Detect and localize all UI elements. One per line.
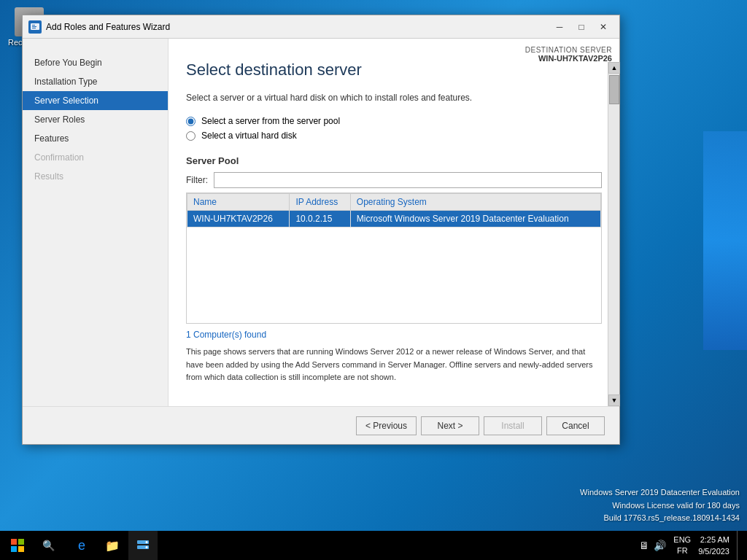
svg-point-10: [146, 541, 148, 543]
destination-server-label: DESTINATION SERVER: [525, 46, 612, 54]
col-os: Operating System: [350, 194, 600, 211]
server-pool-info: This page shows servers that are running…: [186, 346, 602, 384]
clock-time: 2:25 AM: [698, 534, 729, 546]
server-source-options: Select a server from the server pool Sel…: [186, 116, 602, 145]
svg-rect-1: [32, 25, 35, 26]
lang-primary: ENG: [673, 534, 691, 545]
sidebar-item-results: Results: [23, 167, 168, 186]
svg-point-11: [146, 546, 148, 548]
win-info-line2: Windows License valid for 180 days: [580, 499, 740, 513]
scroll-down-button[interactable]: ▼: [608, 394, 620, 406]
cancel-button[interactable]: Cancel: [546, 416, 605, 435]
filter-label: Filter:: [186, 175, 208, 185]
col-ip: IP Address: [290, 194, 350, 211]
page-description: Select a server or a virtual hard disk o…: [186, 91, 602, 104]
sidebar-item-confirmation: Confirmation: [23, 148, 168, 167]
install-button[interactable]: Install: [484, 416, 542, 435]
close-button[interactable]: ✕: [593, 20, 614, 34]
page-title: Select destination server: [186, 61, 602, 79]
server-pool-table-container: Name IP Address Operating System WIN-UH7…: [186, 192, 602, 324]
server-pool-table: Name IP Address Operating System WIN-UH7…: [187, 193, 601, 228]
col-name: Name: [187, 194, 290, 211]
cell-ip: 10.0.2.15: [290, 211, 350, 228]
cell-os: Microsoft Windows Server 2019 Datacenter…: [350, 211, 600, 228]
desktop: 🗑 Recycle Bin Add Roles and Features Wiz…: [0, 0, 747, 560]
svg-rect-6: [11, 546, 17, 552]
computers-found: 1 Computer(s) found: [186, 330, 602, 340]
sidebar-item-server-roles[interactable]: Server Roles: [23, 110, 168, 129]
lang-secondary: FR: [673, 545, 691, 556]
windows-info: Windows Server 2019 Datacenter Evaluatio…: [580, 486, 740, 525]
win-info-line1: Windows Server 2019 Datacenter Evaluatio…: [580, 486, 740, 499]
taskbar-clock[interactable]: 2:25 AM 9/5/2023: [698, 534, 729, 558]
previous-button[interactable]: < Previous: [356, 416, 417, 435]
sidebar-item-before-you-begin[interactable]: Before You Begin: [23, 53, 168, 72]
wizard-sidebar: Before You Begin Installation Type Serve…: [23, 39, 169, 444]
sidebar-item-installation-type[interactable]: Installation Type: [23, 72, 168, 91]
wizard-icon-svg: [30, 22, 40, 32]
radio-virtual-disk-input[interactable]: [186, 131, 196, 141]
table-row[interactable]: WIN-UH7KTAV2P26 10.0.2.15 Microsoft Wind…: [187, 211, 601, 228]
system-tray-icons: 🖥 🔊: [639, 540, 666, 551]
title-bar: Add Roles and Features Wizard ─ □ ✕: [23, 15, 619, 39]
wizard-buttons: < Previous Next > Install Cancel: [23, 406, 619, 444]
radio-virtual-disk-label: Select a virtual hard disk: [201, 131, 297, 141]
svg-rect-7: [18, 546, 24, 552]
taskbar-server-manager-icon[interactable]: [128, 531, 158, 560]
filter-row: Filter:: [186, 172, 602, 188]
table-header: Name IP Address Operating System: [187, 194, 601, 211]
server-pool-title: Server Pool: [186, 155, 602, 166]
filter-input[interactable]: [214, 172, 602, 188]
svg-rect-5: [18, 539, 24, 545]
radio-server-pool[interactable]: Select a server from the server pool: [186, 116, 602, 126]
scroll-up-button[interactable]: ▲: [608, 62, 620, 74]
next-button[interactable]: Next >: [421, 416, 479, 435]
svg-rect-4: [11, 539, 17, 545]
svg-rect-2: [32, 26, 36, 27]
scrollbar[interactable]: ▲ ▼: [608, 62, 619, 406]
window-controls: ─ □ ✕: [549, 20, 614, 34]
start-button[interactable]: [0, 531, 35, 560]
radio-server-pool-label: Select a server from the server pool: [201, 116, 340, 126]
cell-name: WIN-UH7KTAV2P26: [187, 211, 290, 228]
taskbar-ie-icon[interactable]: e: [67, 531, 96, 560]
speaker-icon[interactable]: 🔊: [654, 540, 666, 551]
windows-logo-icon: [11, 539, 24, 552]
minimize-button[interactable]: ─: [549, 20, 570, 34]
window-title: Add Roles and Features Wizard: [46, 22, 549, 32]
wizard-main: DESTINATION SERVER WIN-UH7KTAV2P26 Selec…: [169, 39, 619, 444]
wizard-window: Add Roles and Features Wizard ─ □ ✕ Befo…: [22, 15, 620, 445]
taskbar-system-tray: 🖥 🔊 ENG FR 2:25 AM 9/5/2023: [639, 531, 747, 560]
sidebar-item-features[interactable]: Features: [23, 129, 168, 148]
taskbar-pinned-icons: e 📁: [61, 531, 639, 560]
taskbar: 🔍 e 📁 🖥 🔊 ENG FR 2: [0, 531, 747, 560]
network-icon[interactable]: 🖥: [639, 540, 649, 551]
maximize-button[interactable]: □: [571, 20, 592, 34]
scroll-thumb[interactable]: [609, 75, 619, 104]
radio-server-pool-input[interactable]: [186, 117, 196, 126]
taskbar-explorer-icon[interactable]: 📁: [98, 531, 127, 560]
wizard-icon: [28, 20, 42, 34]
language-indicator[interactable]: ENG FR: [673, 534, 691, 557]
destination-server-name: WIN-UH7KTAV2P26: [525, 54, 612, 63]
win-info-line3: Build 17763.rs5_release.180914-1434: [580, 512, 740, 525]
table-body: WIN-UH7KTAV2P26 10.0.2.15 Microsoft Wind…: [187, 211, 601, 228]
taskbar-search-button[interactable]: 🔍: [35, 531, 61, 560]
clock-date: 9/5/2023: [698, 545, 729, 558]
window-content: Before You Begin Installation Type Serve…: [23, 39, 619, 444]
desktop-accent: [703, 131, 747, 350]
svg-rect-3: [32, 28, 36, 28]
radio-virtual-disk[interactable]: Select a virtual hard disk: [186, 131, 602, 141]
sidebar-item-server-selection[interactable]: Server Selection: [23, 91, 168, 110]
destination-server-info: DESTINATION SERVER WIN-UH7KTAV2P26: [525, 46, 612, 63]
show-desktop-button[interactable]: [737, 531, 741, 560]
server-manager-svg: [136, 538, 150, 553]
